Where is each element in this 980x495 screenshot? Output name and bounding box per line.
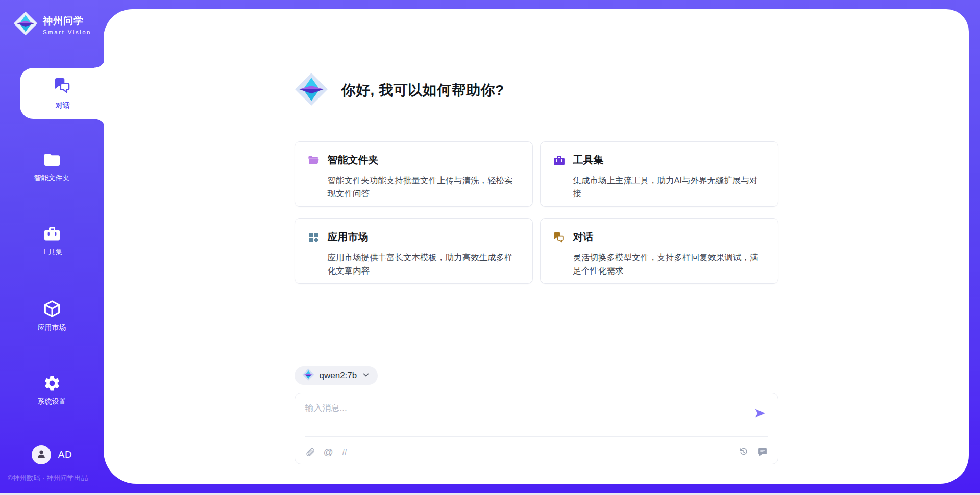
briefcase-icon: [43, 225, 61, 243]
message-input[interactable]: [305, 402, 739, 431]
diamond-gem-icon: [302, 368, 314, 383]
sidebar-item-label: 工具集: [41, 247, 63, 257]
briefcase-icon: [553, 153, 573, 169]
card-description: 智能文件夹功能支持批量文件上传与清洗，轻松实现文件问答: [328, 174, 520, 200]
topic-icon[interactable]: #: [342, 447, 348, 457]
model-selector[interactable]: qwen2:7b: [295, 366, 378, 385]
folder-open-icon: [307, 153, 328, 169]
sidebar-item-smart-folder[interactable]: 智能文件夹: [0, 151, 104, 183]
app-background: 神州问学 Smart Vision 对话 智能文件夹: [0, 0, 980, 493]
sidebar: 神州问学 Smart Vision 对话 智能文件夹: [0, 0, 104, 493]
app-grid-icon: [307, 230, 328, 246]
card-title: 应用市场: [328, 230, 520, 246]
card-smart-folder[interactable]: 智能文件夹 智能文件夹功能支持批量文件上传与清洗，轻松实现文件问答: [295, 141, 533, 207]
card-app-market[interactable]: 应用市场 应用市场提供丰富长文本模板，助力高效生成多样化文章内容: [295, 218, 533, 284]
folder-icon: [43, 151, 61, 169]
sidebar-item-settings[interactable]: 系统设置: [0, 374, 104, 406]
chat-bubbles-icon: [54, 77, 72, 97]
brand-subtitle: Smart Vision: [43, 29, 91, 35]
sidebar-item-label: 应用市场: [38, 323, 66, 332]
composer-divider: [305, 436, 768, 437]
mention-icon[interactable]: @: [324, 447, 333, 457]
gear-icon: [43, 374, 61, 392]
sidebar-item-chat[interactable]: 对话: [20, 68, 106, 119]
send-icon[interactable]: [753, 407, 767, 420]
chat-square-icon[interactable]: [757, 447, 768, 457]
brand-name: 神州问学: [43, 14, 91, 28]
card-description: 集成市场上主流工具，助力AI与外界无缝扩展与对接: [573, 174, 766, 200]
diamond-gem-icon: [295, 72, 328, 108]
card-title: 智能文件夹: [328, 153, 520, 169]
feature-cards: 智能文件夹 智能文件夹功能支持批量文件上传与清洗，轻松实现文件问答 工具集 集成…: [295, 141, 778, 284]
message-composer: @ #: [295, 393, 778, 464]
diamond-gem-icon: [13, 11, 38, 38]
main-panel: 你好, 我可以如何帮助你? 智能文件夹 智能文件夹功能支持批量文件上传与清洗，轻…: [104, 9, 969, 484]
card-description: 应用市场提供丰富长文本模板，助力高效生成多样化文章内容: [328, 251, 520, 277]
model-name: qwen2:7b: [320, 370, 357, 381]
sidebar-item-app-market[interactable]: 应用市场: [0, 299, 104, 332]
chat-bubbles-icon: [553, 230, 573, 246]
sidebar-item-label: 智能文件夹: [34, 174, 70, 183]
sidebar-item-label: 系统设置: [38, 397, 66, 406]
paperclip-icon[interactable]: [305, 447, 315, 457]
avatar: [32, 445, 51, 464]
card-title: 工具集: [573, 153, 766, 169]
sidebar-item-toolset[interactable]: 工具集: [0, 225, 104, 257]
sidebar-footer: ©神州数码 · 神州问学出品: [8, 474, 88, 483]
greeting-block: 你好, 我可以如何帮助你?: [295, 72, 504, 108]
user-name: AD: [58, 449, 72, 460]
history-icon[interactable]: [739, 447, 749, 457]
card-title: 对话: [573, 230, 766, 246]
greeting-title: 你好, 我可以如何帮助你?: [341, 81, 504, 100]
chevron-down-icon: [362, 370, 370, 381]
person-icon: [35, 448, 47, 462]
brand-logo: 神州问学 Smart Vision: [13, 11, 91, 38]
cube-icon: [42, 299, 62, 318]
card-description: 灵活切换多模型文件，支持多样回复效果调试，满足个性化需求: [573, 251, 766, 277]
user-account[interactable]: AD: [0, 445, 104, 464]
card-chat[interactable]: 对话 灵活切换多模型文件，支持多样回复效果调试，满足个性化需求: [540, 218, 778, 284]
sidebar-item-label: 对话: [56, 101, 70, 110]
card-toolset[interactable]: 工具集 集成市场上主流工具，助力AI与外界无缝扩展与对接: [540, 141, 778, 207]
composer-toolbar: @ #: [305, 447, 768, 457]
